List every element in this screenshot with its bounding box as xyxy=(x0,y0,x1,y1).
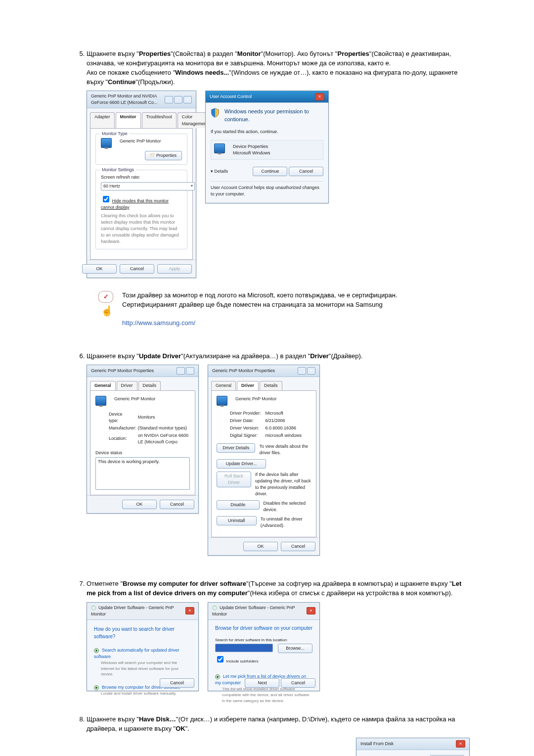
dialog-device-general: Generic PnP Monitor Properties× General … xyxy=(87,365,199,513)
monitor-icon xyxy=(95,396,106,406)
cancel-button[interactable]: Cancel xyxy=(289,167,323,176)
location-select[interactable] xyxy=(215,644,273,652)
wizard-heading: Browse for driver software on your compu… xyxy=(215,625,312,632)
close-icon[interactable]: × xyxy=(307,367,315,375)
tab-driver[interactable]: Driver xyxy=(237,381,259,390)
apply-button: Apply xyxy=(157,264,192,274)
tabs: Adapter Monitor Troubleshoot Color Manag… xyxy=(90,112,193,128)
cancel-button[interactable]: Cancel xyxy=(160,678,194,688)
close-icon[interactable]: × xyxy=(315,93,324,100)
hand-icon: ☝ xyxy=(98,304,115,318)
back-icon[interactable]: ◯ xyxy=(212,605,217,610)
uninstall-button[interactable]: Uninstall xyxy=(217,516,257,525)
window-buttons: × xyxy=(165,96,192,103)
certification-note: ✓ ☝ Този драйвер за монитор е под логото… xyxy=(98,291,470,328)
close-icon[interactable]: × xyxy=(456,740,465,748)
chevron-down-icon: ▾ xyxy=(211,169,213,174)
properties-button[interactable]: 🛡 Properties xyxy=(145,151,182,160)
device-name: Generic PnP Monitor xyxy=(235,396,276,402)
dialog-title: Update Driver Software - Generic PnP Mon… xyxy=(212,605,295,616)
include-sub-checkbox[interactable] xyxy=(217,656,223,662)
location-label: Search for driver software in this locat… xyxy=(215,637,312,643)
tab-driver[interactable]: Driver xyxy=(117,381,137,390)
uac-publisher: Microsoft Windows xyxy=(233,150,270,156)
driver-details-button[interactable]: Driver Details xyxy=(217,443,255,453)
close-icon[interactable]: × xyxy=(183,96,192,103)
update-driver-button[interactable]: Update Driver... xyxy=(217,459,266,469)
group-monitor-type: Monitor Type xyxy=(100,131,130,137)
tab-general[interactable]: General xyxy=(90,381,116,390)
status-box: This device is working properly. xyxy=(95,457,190,490)
dialog-update-wizard-browse: ◯ Update Driver Software - Generic PnP M… xyxy=(208,602,320,691)
step7-text: Отметнете "Browse my computer for driver… xyxy=(87,580,461,597)
step5-text: Щракнете върху "Properties"(Свойства) в … xyxy=(87,50,457,86)
dialog-title: Generic PnP Monitor Properties xyxy=(91,368,154,374)
info-table: Device type:Monitors Manufacturer:(Stand… xyxy=(108,411,190,446)
cancel-button[interactable]: Cancel xyxy=(281,678,315,688)
maximize-icon[interactable] xyxy=(174,96,182,103)
step-5: Щракнете върху "Properties"(Свойства) в … xyxy=(87,49,470,328)
step-6: Щракнете върху "Update Driver"(Актуализи… xyxy=(87,352,470,556)
dialog-uac: User Account Control × Windows needs you… xyxy=(205,91,329,203)
refresh-select[interactable]: 60 Hertz xyxy=(101,182,195,190)
tab-monitor[interactable]: Monitor xyxy=(116,112,141,128)
monitor-icon xyxy=(214,143,225,153)
ok-button[interactable]: OK xyxy=(82,264,117,274)
tab-general[interactable]: General xyxy=(211,381,236,390)
dialog-title: Install From Disk xyxy=(360,741,394,747)
cancel-button[interactable]: Cancel xyxy=(160,500,194,509)
checkmark-icon: ✓ xyxy=(98,291,113,303)
wizard-question: How do you want to search for driver sof… xyxy=(94,626,191,640)
monitor-icon xyxy=(217,396,227,406)
close-icon[interactable]: × xyxy=(307,607,315,614)
rollback-button: Roll Back Driver xyxy=(217,472,251,487)
tab-troubleshoot[interactable]: Troubleshoot xyxy=(142,112,177,128)
uac-device: Device Properties xyxy=(233,143,270,150)
opt-pick-desc: This list will show installed driver sof… xyxy=(222,686,312,704)
details-toggle[interactable]: ▾ Details xyxy=(211,168,228,175)
info-table: Driver Provider:Microsoft Driver Date:6/… xyxy=(229,410,302,439)
continue-button[interactable]: Continue xyxy=(253,167,287,176)
tab-details[interactable]: Details xyxy=(138,381,161,390)
next-button[interactable]: Next xyxy=(245,678,279,688)
uac-started: If you started this action, continue. xyxy=(211,129,323,135)
disable-button[interactable]: Disable xyxy=(217,500,260,510)
monitor-name: Generic PnP Monitor xyxy=(120,138,161,144)
close-icon[interactable]: × xyxy=(186,367,194,375)
include-sub-label: Include subfolders xyxy=(226,659,259,663)
step-8: Щракнете върху "Have Disk…"(От диск…) и … xyxy=(87,715,470,756)
hide-modes-desc: Clearing this check box allows you to se… xyxy=(101,213,182,245)
note-line1: Този драйвер за монитор е под логото на … xyxy=(122,291,398,300)
browse-button[interactable]: Browse... xyxy=(278,644,312,653)
opt-search-auto[interactable]: Search automatically for updated driver … xyxy=(94,647,191,660)
uac-heading: Windows needs your permission to contion… xyxy=(224,108,323,124)
dialog-title: Update Driver Software - Generic PnP Mon… xyxy=(91,605,174,616)
dialog-title: User Account Control xyxy=(210,94,252,100)
opt-search-auto-desc: Windows will search your computer and th… xyxy=(101,660,191,677)
tab-adapter[interactable]: Adapter xyxy=(90,112,115,128)
device-name: Generic PnP Monitor xyxy=(114,396,155,402)
ok-button[interactable]: OK xyxy=(122,500,157,509)
ok-button[interactable]: OK xyxy=(243,542,278,551)
note-line2: Сертифицираният драйвер ще бъде поместен… xyxy=(122,300,398,310)
tab-details[interactable]: Details xyxy=(260,381,282,390)
dialog-device-driver: Generic PnP Monitor Properties× General … xyxy=(208,365,320,556)
dialog-title: Generic PnP Monitor Properties xyxy=(212,368,275,374)
minimize-icon[interactable] xyxy=(165,96,173,103)
close-icon[interactable]: × xyxy=(185,607,194,614)
cancel-button[interactable]: Cancel xyxy=(281,542,315,551)
hide-modes-label: Hide modes that this monitor cannot disp… xyxy=(101,198,169,210)
samsung-link[interactable]: http://www.samsung.com/ xyxy=(122,319,195,327)
back-icon[interactable]: ◯ xyxy=(91,605,96,610)
dialog-monitor-properties: Generic PnP Monitor and NVIDIA GeForce 6… xyxy=(87,91,196,278)
monitor-icon xyxy=(101,138,112,148)
hide-modes-checkbox[interactable] xyxy=(103,196,109,202)
cancel-button[interactable]: Cancel xyxy=(120,264,154,274)
group-monitor-settings: Monitor Settings xyxy=(100,167,136,173)
step-7: Отметнете "Browse my computer for driver… xyxy=(87,579,470,691)
opt-browse-desc: Locate and install driver software manua… xyxy=(101,691,191,697)
refresh-label: Screen refresh rate: xyxy=(101,174,182,181)
dialog-title: Generic PnP Monitor and NVIDIA GeForce 6… xyxy=(91,93,165,106)
shield-icon xyxy=(211,108,220,118)
status-label: Device status xyxy=(95,450,190,456)
